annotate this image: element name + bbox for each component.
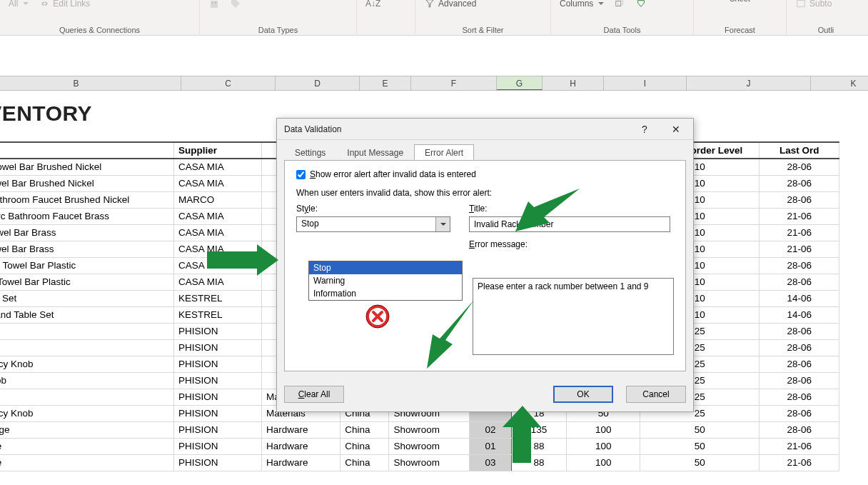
ok-button[interactable]: OK xyxy=(553,386,613,403)
cell-lastorder[interactable]: 28-06 xyxy=(760,323,839,339)
cell-name[interactable]: 4" Bathroom Faucet Brushed Nickel xyxy=(0,191,174,208)
cell-name[interactable]: ow Arc Bathroom Faucet Brass xyxy=(0,208,174,224)
cell-supplier[interactable]: CASA MIA xyxy=(174,224,262,241)
cell-category[interactable]: Hardware xyxy=(261,438,340,454)
col-I[interactable]: I xyxy=(604,76,687,90)
col-C[interactable]: C xyxy=(181,76,276,90)
cell-i[interactable]: 100 xyxy=(567,421,640,438)
data-types-chip-2[interactable] xyxy=(230,0,241,9)
tab-error-alert[interactable]: Error Alert xyxy=(414,144,474,160)
cell-reorder[interactable]: 50 xyxy=(640,421,760,438)
cell-supplier[interactable]: PHISION xyxy=(174,372,262,389)
style-option-information[interactable]: Information xyxy=(309,287,462,300)
cell-supplier[interactable]: CASA MIA xyxy=(174,159,262,175)
cell-name[interactable]: e Hinge xyxy=(0,421,174,438)
cell-location[interactable]: Showroom xyxy=(389,421,470,438)
cell-name[interactable]: e Towel Bar Brushed Nickel xyxy=(0,175,174,191)
dialog-titlebar[interactable]: Data Validation ? ✕ xyxy=(277,119,693,140)
cell-lastorder[interactable]: 28-06 xyxy=(760,405,839,421)
cell-supplier[interactable]: PHISION xyxy=(174,405,262,421)
th-name[interactable] xyxy=(0,142,174,159)
cell-name[interactable]: le Towel Bar Brass xyxy=(0,224,174,241)
cell-lastorder[interactable]: 28-06 xyxy=(760,372,839,389)
clear-all-button[interactable]: CClear Alllear All xyxy=(284,386,344,403)
cell-name[interactable]: Privacy Knob xyxy=(0,356,174,372)
cell-lastorder[interactable]: 28-06 xyxy=(760,339,839,356)
cell-name[interactable]: nob xyxy=(0,389,174,405)
cell-name[interactable]: ngle Towel Bar Plastic xyxy=(0,274,174,290)
cell-lastorder[interactable]: 14-06 xyxy=(760,306,839,323)
col-G[interactable]: G xyxy=(497,76,542,90)
cell-name[interactable]: e Towel Bar Brass xyxy=(0,241,174,257)
cell-lastorder[interactable]: 14-06 xyxy=(760,290,839,306)
table-row[interactable]: e HingePHISIONHardwareChinaShowroom02135… xyxy=(0,421,839,438)
cell-name[interactable]: Hinge xyxy=(0,438,174,454)
cell-supplier[interactable]: PHISION xyxy=(174,339,262,356)
cell-reorder[interactable]: 50 xyxy=(640,438,760,454)
subtotal-button[interactable]: Subto xyxy=(795,0,832,9)
th-lastorder[interactable]: Last Ord xyxy=(760,142,839,159)
data-types-chip-1[interactable] xyxy=(208,0,220,9)
cell-supplier[interactable]: KESTREL xyxy=(174,290,262,306)
cell-lastorder[interactable]: 21-06 xyxy=(760,438,839,454)
cell-i[interactable]: 100 xyxy=(567,454,640,471)
cell-name[interactable]: hair and Table Set xyxy=(0,306,174,323)
cell-reorder[interactable]: 50 xyxy=(640,454,760,471)
cancel-button[interactable]: Cancel xyxy=(626,386,686,403)
cell-name[interactable]: ob xyxy=(0,339,174,356)
th-supplier[interactable]: Supplier xyxy=(174,142,262,159)
cell-name[interactable]: Privacy Knob xyxy=(0,405,174,421)
text-to-columns-button[interactable]: Columns xyxy=(560,0,604,9)
cell-lastorder[interactable]: 21-06 xyxy=(760,454,839,471)
cell-lastorder[interactable]: 21-06 xyxy=(760,224,839,241)
col-K[interactable]: K xyxy=(811,76,868,90)
cell-location[interactable]: Showroom xyxy=(389,438,470,454)
data-validation-button[interactable] xyxy=(635,0,647,9)
help-button[interactable]: ? xyxy=(629,119,660,139)
cell-i[interactable]: 100 xyxy=(567,438,640,454)
cell-name[interactable]: Knob xyxy=(0,323,174,339)
cell-name[interactable]: Hinge xyxy=(0,454,174,471)
cell-lastorder[interactable]: 28-06 xyxy=(760,356,839,372)
col-F[interactable]: F xyxy=(411,76,497,90)
cell-supplier[interactable]: MARCO xyxy=(174,191,262,208)
cell-name[interactable]: Table Set xyxy=(0,290,174,306)
table-row[interactable]: HingePHISIONHardwareChinaShowroom0388100… xyxy=(0,454,839,471)
show-error-alert-checkbox[interactable] xyxy=(296,170,306,179)
cell-supplier[interactable]: PHISION xyxy=(174,421,262,438)
col-J[interactable]: J xyxy=(687,76,811,90)
cell-lastorder[interactable]: 28-06 xyxy=(760,389,839,405)
cell-name[interactable]: y Knob xyxy=(0,372,174,389)
cell-country[interactable]: China xyxy=(340,421,389,438)
table-row[interactable]: HingePHISIONHardwareChinaShowroom0188100… xyxy=(0,438,839,454)
sort-button[interactable]: A↓Z xyxy=(365,0,380,9)
error-message-textarea[interactable] xyxy=(473,278,674,355)
col-D[interactable]: D xyxy=(276,76,360,90)
cell-supplier[interactable]: PHISION xyxy=(174,389,262,405)
cell-category[interactable]: Hardware xyxy=(261,421,340,438)
cell-lastorder[interactable]: 28-06 xyxy=(760,274,839,290)
cell-supplier[interactable]: CASA MIA xyxy=(174,175,262,191)
cell-supplier[interactable]: PHISION xyxy=(174,438,262,454)
col-H[interactable]: H xyxy=(542,76,604,90)
cell-country[interactable]: China xyxy=(340,438,389,454)
style-option-warning[interactable]: Warning xyxy=(309,274,462,287)
style-select[interactable]: Stop xyxy=(296,216,450,232)
cell-location[interactable]: Showroom xyxy=(389,454,470,471)
cell-supplier[interactable]: CASA MIA xyxy=(174,208,262,224)
cell-category[interactable]: Hardware xyxy=(261,454,340,471)
col-E[interactable]: E xyxy=(360,76,411,90)
cell-supplier[interactable]: PHISION xyxy=(174,323,262,339)
style-option-stop[interactable]: Stop xyxy=(309,261,462,274)
forecast-sheet-button[interactable]: Sheet xyxy=(730,0,750,3)
cell-lastorder[interactable]: 28-06 xyxy=(760,175,839,191)
cell-supplier[interactable]: PHISION xyxy=(174,356,262,372)
tab-settings[interactable]: Settings xyxy=(284,144,336,160)
remove-dupes-button[interactable] xyxy=(614,0,625,9)
tab-input-message[interactable]: Input Message xyxy=(336,144,414,160)
cell-lastorder[interactable]: 28-06 xyxy=(760,421,839,438)
cell-lastorder[interactable]: 28-06 xyxy=(760,257,839,274)
cell-country[interactable]: China xyxy=(340,454,389,471)
cell-name[interactable]: ouble Towel Bar Plastic xyxy=(0,257,174,274)
cell-lastorder[interactable]: 21-06 xyxy=(760,208,839,224)
